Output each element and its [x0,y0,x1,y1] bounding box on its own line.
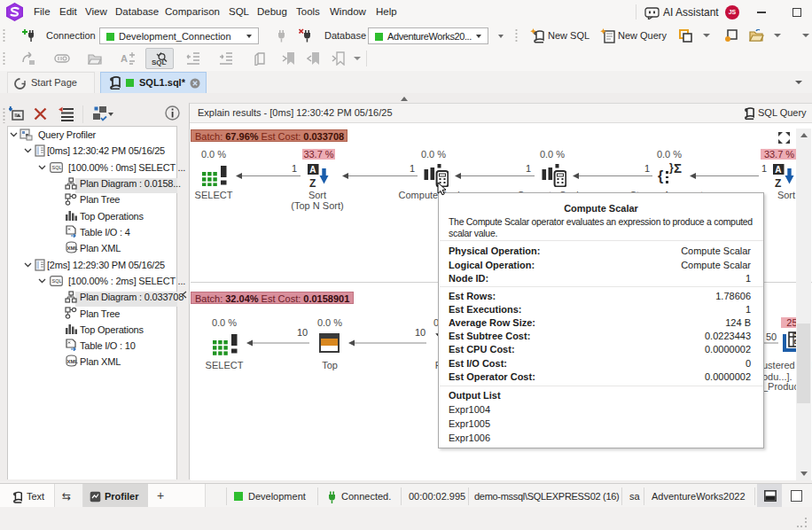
svg-text:XML: XML [67,359,78,364]
svg-text:XML: XML [67,246,78,251]
svg-text:Z: Z [775,177,781,189]
svg-text:A: A [309,165,316,175]
svg-text:Z: Z [309,177,316,189]
svg-text:A: A [775,165,781,175]
svg-text:SQL: SQL [52,165,62,170]
svg-text:SQL: SQL [52,278,62,284]
svg-text:A: A [121,53,128,64]
